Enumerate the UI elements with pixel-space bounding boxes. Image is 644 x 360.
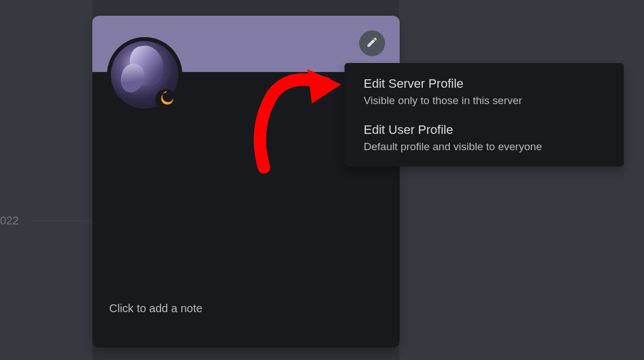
status-indicator [155,89,177,110]
menu-item-title: Edit User Profile [364,123,605,137]
idle-status-icon [159,91,173,108]
menu-item-edit-server-profile[interactable]: Edit Server Profile Visible only to thos… [345,69,624,115]
menu-item-subtitle: Visible only to those in this server [364,94,605,107]
background-panel-left [0,0,92,360]
note-input[interactable] [109,302,278,315]
year-label: 022 [0,214,19,227]
edit-profile-button[interactable] [359,30,385,56]
edit-profile-dropdown: Edit Server Profile Visible only to thos… [345,63,624,166]
menu-item-subtitle: Default profile and visible to everyone [364,141,605,153]
divider-line [33,220,92,221]
avatar-container [107,37,182,112]
menu-item-title: Edit Server Profile [364,76,605,91]
background-panel-right [399,0,644,360]
pencil-icon [366,36,378,51]
menu-item-edit-user-profile[interactable]: Edit User Profile Default profile and vi… [345,115,624,161]
